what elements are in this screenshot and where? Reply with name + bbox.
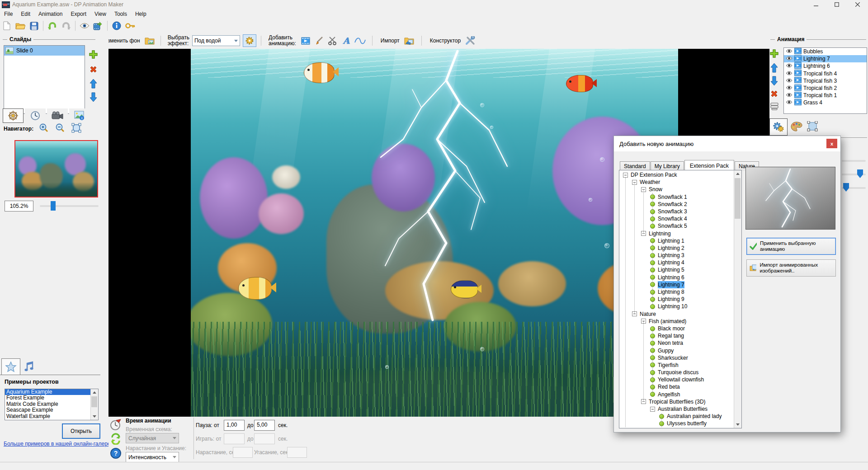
tree-leaf[interactable]: Snowflack 4 — [619, 215, 734, 222]
animation-item[interactable]: Lightning 6 — [784, 62, 867, 70]
move-animation-down-button[interactable] — [770, 76, 778, 86]
tree-node[interactable]: Weather — [619, 179, 734, 186]
tree-node[interactable]: Snow — [619, 186, 734, 193]
export-video-icon[interactable] — [92, 20, 104, 31]
rise-input[interactable] — [233, 447, 253, 458]
visibility-eye-icon[interactable] — [786, 99, 793, 106]
examples-list[interactable]: Aquarium ExampleForest ExampleMatrix Cod… — [5, 389, 99, 420]
tree-leaf[interactable]: Snowflack 5 — [619, 222, 734, 230]
menu-animation[interactable]: Animation — [34, 9, 66, 19]
brush-icon[interactable] — [313, 35, 325, 46]
zoom-value-box[interactable]: 105.2% — [5, 201, 33, 212]
menu-file[interactable]: File — [0, 9, 17, 19]
move-slide-up-button[interactable] — [90, 79, 97, 89]
add-animation-button[interactable] — [769, 49, 779, 58]
pause-from-input[interactable]: 1,00 — [224, 420, 245, 431]
tab-animation-colors[interactable] — [788, 118, 805, 135]
tree-node[interactable]: DP Extension Pack — [619, 171, 734, 179]
scheme-select[interactable]: Случайная — [126, 433, 179, 443]
tree-leaf[interactable]: Lightning 9 — [619, 296, 734, 303]
tree-leaf[interactable]: Lightning 3 — [619, 252, 734, 259]
navigator-thumbnail[interactable] — [14, 140, 98, 197]
change-background-label[interactable]: Изменить фон — [104, 38, 140, 44]
slide-item[interactable]: Slide 0 — [4, 46, 85, 56]
tree-leaf[interactable]: Black moor — [619, 325, 734, 332]
tree-leaf[interactable]: Lightning 5 — [619, 266, 734, 273]
animation-item[interactable]: Grass 4 — [784, 99, 867, 106]
tree-leaf[interactable]: Snowflack 2 — [619, 201, 734, 208]
delete-slide-button[interactable] — [89, 65, 98, 74]
tree-scrollbar[interactable] — [734, 170, 741, 428]
tree-node[interactable]: Tropical Butterflies (3D) — [619, 398, 734, 405]
preview-eye-icon[interactable] — [79, 20, 90, 31]
help-icon[interactable]: ? — [110, 447, 122, 459]
visibility-eye-icon[interactable] — [786, 78, 793, 84]
layers-icon[interactable] — [770, 102, 779, 110]
tab-timing-clock[interactable] — [25, 108, 46, 123]
close-button[interactable] — [847, 0, 868, 9]
zoom-fit-icon[interactable] — [71, 123, 81, 133]
add-video-icon[interactable] — [300, 35, 311, 46]
tree-leaf[interactable]: Lightning 8 — [619, 288, 734, 296]
tab-example-projects[interactable] — [1, 358, 20, 375]
redo-icon[interactable] — [60, 20, 72, 31]
fade-select[interactable]: Интенсивность — [126, 452, 179, 462]
tree-node[interactable]: Nature — [619, 310, 734, 318]
import-folder-icon[interactable] — [403, 35, 415, 46]
import-label[interactable]: Импорт — [381, 38, 400, 44]
slides-list[interactable]: Slide 0 — [4, 45, 85, 114]
collapse-box-icon[interactable] — [650, 407, 655, 412]
tree-leaf[interactable]: Snowflack 3 — [619, 208, 734, 215]
animation-slider-1[interactable] — [842, 160, 866, 162]
visibility-eye-icon[interactable] — [786, 56, 793, 62]
info-icon[interactable] — [111, 20, 123, 31]
play-to-input[interactable] — [254, 433, 275, 444]
dialog-tab-standard[interactable]: Standard — [620, 161, 650, 171]
animation-item[interactable]: Lightning 7 — [784, 55, 867, 62]
animation-item[interactable]: Tropical fish 4 — [784, 70, 867, 77]
add-slide-button[interactable] — [89, 50, 98, 59]
apply-animation-button[interactable]: Применить выбранную анимацию — [746, 238, 836, 255]
fall-input[interactable] — [287, 447, 307, 458]
scroll-up-icon[interactable] — [91, 389, 98, 396]
menu-view[interactable]: View — [90, 9, 110, 19]
tree-leaf[interactable]: Tigerfish — [619, 362, 734, 369]
examples-scrollbar[interactable] — [90, 389, 98, 420]
tree-leaf[interactable]: Turquoise discus — [619, 369, 734, 376]
tree-leaf[interactable] — [619, 428, 734, 428]
wave-icon[interactable] — [354, 35, 366, 46]
menu-edit[interactable]: Edit — [17, 9, 34, 19]
open-folder-icon[interactable] — [14, 20, 26, 31]
tree-leaf[interactable]: Australian painted lady — [619, 413, 734, 420]
collapse-box-icon[interactable] — [623, 173, 628, 178]
tree-leaf[interactable]: Lightning 7 — [619, 281, 734, 288]
tab-effects-wheel[interactable] — [3, 108, 24, 123]
move-slide-down-button[interactable] — [90, 92, 97, 102]
tree-node[interactable]: Lightning — [619, 230, 734, 237]
animation-tree[interactable]: DP Extension PackWeatherSnowSnowflack 1S… — [619, 170, 742, 428]
tab-animation-transform[interactable] — [804, 118, 821, 135]
tab-music[interactable] — [20, 358, 38, 375]
zoom-slider-handle[interactable] — [51, 201, 56, 211]
scrollbar-thumb[interactable] — [91, 396, 97, 407]
example-item[interactable]: Seascape Example — [5, 407, 91, 413]
tree-leaf[interactable]: Regal tang — [619, 332, 734, 339]
undo-icon[interactable] — [47, 20, 58, 31]
license-key-icon[interactable] — [124, 20, 136, 31]
animation-item[interactable]: Bubbles — [784, 48, 867, 55]
maximize-button[interactable] — [826, 0, 847, 9]
move-animation-up-button[interactable] — [770, 63, 778, 73]
tab-camera[interactable] — [47, 108, 68, 123]
animation-item[interactable]: Tropical fish 3 — [784, 77, 867, 85]
tree-leaf[interactable]: Lightning 10 — [619, 303, 734, 310]
dialog-close-button[interactable]: x — [826, 139, 837, 148]
effect-settings-button[interactable] — [243, 34, 256, 47]
open-example-button[interactable]: Открыть — [62, 423, 100, 439]
tree-leaf[interactable]: Snowflack 1 — [619, 193, 734, 201]
zoom-slider-track[interactable] — [40, 205, 99, 207]
menu-export[interactable]: Export — [66, 9, 90, 19]
tree-leaf[interactable]: Ulysses butterfly — [619, 420, 734, 427]
import-images-button[interactable]: Импорт анимированных изображений.. — [746, 259, 836, 277]
effect-select[interactable]: Под водой — [192, 35, 240, 46]
tab-animation-settings[interactable] — [769, 118, 788, 136]
